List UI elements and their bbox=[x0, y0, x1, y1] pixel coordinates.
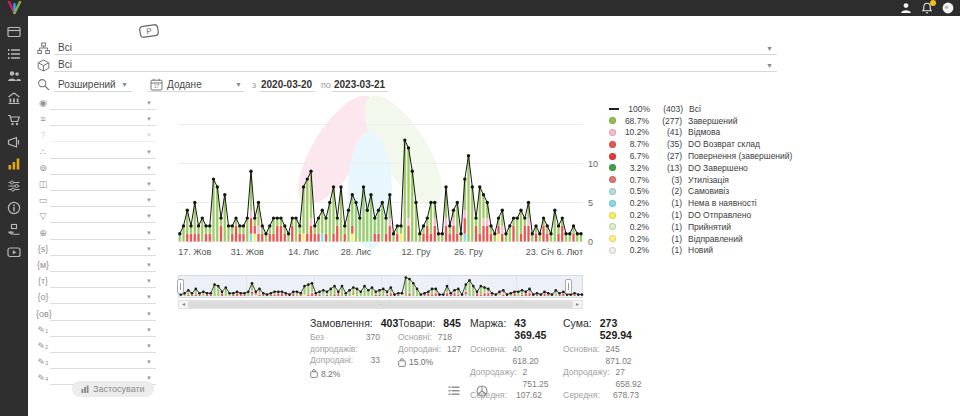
legend-item[interactable]: 10.2%(41)Відмова bbox=[609, 127, 792, 139]
date-from-input[interactable]: 2020-03-20 bbox=[261, 79, 312, 90]
chart-navigator[interactable] bbox=[178, 275, 583, 298]
sidebar-item-dashboard[interactable] bbox=[6, 25, 22, 39]
side-filter-row-6[interactable]: ◫▼ bbox=[28, 177, 160, 193]
app-logo-icon[interactable] bbox=[7, 1, 22, 15]
side-filter-row-9[interactable]: ⊕▼ bbox=[28, 226, 160, 242]
side-filter-row-12[interactable]: {т}▼ bbox=[28, 274, 160, 290]
dashboard-icon bbox=[7, 25, 21, 39]
sidebar-item-partners[interactable] bbox=[6, 223, 22, 237]
store-icon bbox=[7, 91, 21, 105]
legend-item[interactable]: 68.7%(277)Завершений bbox=[609, 115, 792, 127]
legend-percent: 8.7% bbox=[621, 139, 649, 149]
stat-sub-row: Допродані:33 bbox=[310, 355, 380, 367]
side-filter-row-17[interactable]: ✎3▼ bbox=[28, 355, 160, 371]
chevron-down-icon[interactable]: ▼ bbox=[146, 278, 152, 284]
chevron-down-icon[interactable]: ▼ bbox=[146, 294, 152, 300]
legend-item[interactable]: 100%(403)Всі bbox=[609, 103, 792, 115]
chevron-down-icon[interactable]: ▼ bbox=[146, 116, 152, 122]
side-filter-row-10[interactable]: {s}▼ bbox=[28, 242, 160, 258]
stat-sub-row: Середня:678.73 bbox=[563, 390, 639, 402]
side-filter-row-3[interactable]: ?▼ bbox=[28, 128, 160, 144]
legend-item[interactable]: 3.2%(13)DO Завершено bbox=[609, 162, 792, 174]
side-filter-row-4[interactable]: ∴▼ bbox=[28, 145, 160, 161]
side-filter-row-15[interactable]: ✎1▼ bbox=[28, 323, 160, 339]
side-filter-row-16[interactable]: ✎2▼ bbox=[28, 339, 160, 355]
chevron-down-icon[interactable]: ▼ bbox=[146, 149, 152, 155]
filter-source-underline bbox=[54, 54, 777, 55]
filter-source-value[interactable]: Всі bbox=[58, 42, 72, 53]
side-filter-row-7[interactable]: ▭▼ bbox=[28, 193, 160, 209]
side-filter-row-2[interactable]: ≡▼ bbox=[28, 112, 160, 128]
sidebar-item-cart[interactable] bbox=[6, 113, 22, 127]
chevron-down-icon[interactable]: ▼ bbox=[146, 230, 152, 236]
analytics-dashboard: P Всі ▼ Всі ▼ Розширений ▼ 17 Додане ▼ з… bbox=[0, 0, 960, 416]
chevron-down-icon[interactable]: ▼ bbox=[766, 45, 773, 52]
chevron-down-icon[interactable]: ▼ bbox=[146, 100, 152, 106]
chevron-down-icon[interactable]: ▼ bbox=[146, 327, 152, 333]
legend-percent: 0.2% bbox=[621, 210, 649, 220]
chevron-down-icon[interactable]: ▼ bbox=[121, 81, 128, 88]
chevron-down-icon[interactable]: ▼ bbox=[235, 81, 242, 88]
legend-item[interactable]: 0.2%(1)Відправлений bbox=[609, 233, 792, 245]
scrollbar-thumb[interactable]: ⋯ bbox=[188, 301, 573, 308]
package-view-icon[interactable] bbox=[476, 385, 488, 397]
legend-item[interactable]: 0.2%(1)Прийнятий bbox=[609, 221, 792, 233]
chevron-down-icon[interactable]: ▼ bbox=[146, 311, 152, 317]
user-icon[interactable] bbox=[900, 2, 912, 14]
legend-item[interactable]: 0.2%(1)Нема в наявності bbox=[609, 197, 792, 209]
legend-item[interactable]: 0.2%(1)DO Отправлено bbox=[609, 209, 792, 221]
sidebar-item-settings[interactable] bbox=[6, 179, 22, 193]
stat-title: Товари: bbox=[398, 317, 435, 329]
sidebar-item-video[interactable] bbox=[6, 245, 22, 259]
filter-input-underline bbox=[50, 222, 156, 223]
side-filter-row-11[interactable]: {м}▼ bbox=[28, 258, 160, 274]
date-from-underline bbox=[259, 91, 315, 92]
tag-icon[interactable]: P bbox=[137, 23, 161, 39]
sidebar-item-info[interactable] bbox=[6, 201, 22, 215]
date-field-select[interactable]: Додане bbox=[167, 79, 202, 90]
chevron-down-icon[interactable]: ▼ bbox=[146, 197, 152, 203]
chevron-down-icon[interactable]: ▼ bbox=[146, 213, 152, 219]
chevron-down-icon[interactable]: ▼ bbox=[146, 343, 152, 349]
side-filter-row-13[interactable]: {о}▼ bbox=[28, 290, 160, 306]
avatar[interactable] bbox=[942, 2, 954, 14]
chevron-down-icon[interactable]: ▼ bbox=[146, 132, 152, 138]
filter-input-underline bbox=[50, 109, 156, 110]
stat-sub-label: Допродажу: bbox=[563, 367, 610, 390]
notifications-bell-icon[interactable] bbox=[921, 2, 933, 14]
apply-button[interactable]: Застосувати bbox=[72, 381, 154, 397]
side-filter-row-1[interactable]: ◉▼ bbox=[28, 96, 160, 112]
sidebar-item-analytics[interactable] bbox=[6, 157, 22, 171]
sidebar-item-store[interactable] bbox=[6, 91, 22, 105]
chevron-down-icon[interactable]: ▼ bbox=[146, 262, 152, 268]
list-view-icon[interactable] bbox=[448, 385, 460, 397]
scroll-right-arrow[interactable]: ▸ bbox=[573, 301, 582, 308]
sidebar-item-promo[interactable] bbox=[6, 135, 22, 149]
date-to-input[interactable]: 2023-03-21 bbox=[334, 79, 385, 90]
legend-item[interactable]: 0.7%(3)Утилізація bbox=[609, 174, 792, 186]
chevron-down-icon[interactable]: ▼ bbox=[146, 165, 152, 171]
search-icon[interactable] bbox=[37, 78, 50, 91]
legend-item[interactable]: 6.7%(27)Повернення (завершений) bbox=[609, 150, 792, 162]
chevron-down-icon[interactable]: ▼ bbox=[766, 62, 773, 69]
legend-item[interactable]: 0.2%(1)Новий bbox=[609, 245, 792, 257]
x-tick-label: 6. Лют bbox=[556, 247, 583, 257]
chevron-down-icon[interactable]: ▼ bbox=[146, 359, 152, 365]
side-filter-row-8[interactable]: ▽▼ bbox=[28, 209, 160, 225]
legend-item[interactable]: 0.5%(2)Самовивіз bbox=[609, 186, 792, 198]
side-filter-row-5[interactable]: ⊚▼ bbox=[28, 161, 160, 177]
sidebar-item-clients[interactable] bbox=[6, 69, 22, 83]
legend-item[interactable]: 8.7%(35)DO Возврат склад bbox=[609, 138, 792, 150]
legend-label: Всі bbox=[689, 104, 701, 114]
calendar-icon[interactable]: 17 bbox=[150, 78, 163, 91]
navigator-left-handle[interactable] bbox=[177, 279, 184, 294]
chevron-down-icon[interactable]: ▼ bbox=[146, 181, 152, 187]
scroll-left-arrow[interactable]: ◂ bbox=[179, 301, 188, 308]
chevron-down-icon[interactable]: ▼ bbox=[146, 246, 152, 252]
side-filter-row-14[interactable]: {ов}▼ bbox=[28, 307, 160, 323]
filter-product-value[interactable]: Всі bbox=[58, 59, 72, 70]
navigator-right-handle[interactable] bbox=[565, 279, 572, 294]
search-mode-select[interactable]: Розширений bbox=[58, 79, 116, 90]
sidebar-item-orders[interactable] bbox=[6, 47, 22, 61]
chart-scrollbar[interactable]: ◂ ⋯ ▸ bbox=[178, 300, 583, 309]
